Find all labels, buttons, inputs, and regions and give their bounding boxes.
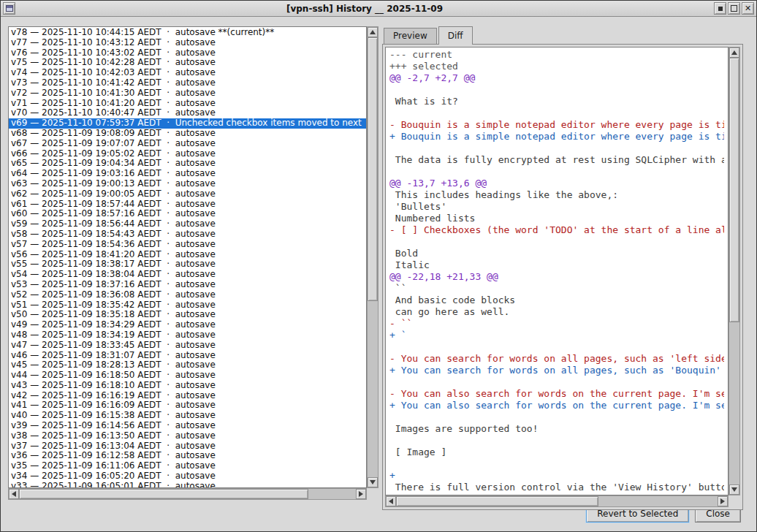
history-list-item[interactable]: v42 — 2025-11-09 16:16:19 AEDT · autosav… <box>11 391 366 401</box>
history-list-item[interactable]: v73 — 2025-11-10 10:41:42 AEDT · autosav… <box>11 78 366 88</box>
history-list-item[interactable]: v64 — 2025-11-09 19:03:16 AEDT · autosav… <box>11 169 366 179</box>
history-list-item[interactable]: v68 — 2025-11-09 19:08:09 AEDT · autosav… <box>11 129 366 139</box>
scroll-left-button[interactable] <box>9 489 19 499</box>
diff-line: [ Image ] <box>389 446 724 458</box>
scrollbar-trough[interactable] <box>729 58 739 484</box>
maximize-button[interactable] <box>728 2 740 15</box>
history-list-item[interactable]: v58 — 2025-11-09 18:54:43 AEDT · autosav… <box>11 229 366 240</box>
history-list-item[interactable]: v55 — 2025-11-09 18:38:17 AEDT · autosav… <box>11 259 366 270</box>
history-list-item[interactable]: v72 — 2025-11-10 10:41:30 AEDT · autosav… <box>11 88 366 99</box>
arrow-right-icon <box>720 498 725 504</box>
history-list-item[interactable]: v52 — 2025-11-09 18:36:08 AEDT · autosav… <box>11 290 366 300</box>
history-list-item[interactable]: v69 — 2025-11-10 07:59:37 AEDT · Uncheck… <box>9 118 366 129</box>
scrollbar-corner <box>729 495 740 507</box>
scroll-left-button[interactable] <box>386 496 396 506</box>
history-list-item[interactable]: v33 — 2025-11-09 16:05:01 AEDT · autosav… <box>11 482 366 488</box>
scrollbar-trough[interactable] <box>19 489 356 499</box>
history-list-item[interactable]: v45 — 2025-11-09 18:28:13 AEDT · autosav… <box>11 360 366 370</box>
window-title: [vpn-ssh] History __ 2025-11-09 <box>17 4 712 14</box>
history-list-item[interactable]: v62 — 2025-11-09 19:00:05 AEDT · autosav… <box>11 189 366 200</box>
history-list-item[interactable]: v61 — 2025-11-09 18:57:44 AEDT · autosav… <box>11 200 366 210</box>
history-list-item[interactable]: v63 — 2025-11-09 19:00:13 AEDT · autosav… <box>11 179 366 189</box>
tab-diff[interactable]: Diff <box>438 26 473 45</box>
tab-bar: Preview Diff <box>382 26 743 44</box>
arrow-left-icon <box>12 491 16 497</box>
history-list-item[interactable]: v70 — 2025-11-10 10:40:47 AEDT · autosav… <box>11 108 366 118</box>
history-list-item[interactable]: v34 — 2025-11-09 16:05:20 AEDT · autosav… <box>11 471 366 482</box>
history-list-item[interactable]: v59 — 2025-11-09 18:56:44 AEDT · autosav… <box>11 219 366 229</box>
history-list-item[interactable]: v40 — 2025-11-09 16:15:38 AEDT · autosav… <box>11 411 366 421</box>
history-list-item[interactable]: v36 — 2025-11-09 16:12:58 AEDT · autosav… <box>11 451 366 461</box>
window-menu-button[interactable] <box>3 2 15 15</box>
diff-line: + ` <box>389 330 724 341</box>
history-list-item[interactable]: v56 — 2025-11-09 18:41:20 AEDT · autosav… <box>11 250 366 260</box>
diff-line: @@ -22,18 +21,33 @@ <box>389 271 724 283</box>
history-list-item[interactable]: v49 — 2025-11-09 18:34:29 AEDT · autosav… <box>11 320 366 330</box>
diff-line: + <box>389 470 724 482</box>
diff-line <box>389 107 724 119</box>
history-list-item[interactable]: v75 — 2025-11-10 10:42:28 AEDT · autosav… <box>11 58 366 68</box>
history-list-item[interactable]: v77 — 2025-11-10 10:43:12 AEDT · autosav… <box>11 38 366 48</box>
history-list-item[interactable]: v35 — 2025-11-09 16:11:06 AEDT · autosav… <box>11 461 366 471</box>
history-list-vscrollbar[interactable] <box>367 26 378 488</box>
diff-line: There is full version control via the 'V… <box>389 482 724 493</box>
arrow-up-icon <box>370 30 376 34</box>
diff-vscrollbar[interactable] <box>729 47 740 495</box>
diff-line: + You can search for words on all pages,… <box>389 365 724 376</box>
history-list-item[interactable]: v41 — 2025-11-09 16:16:09 AEDT · autosav… <box>11 400 366 411</box>
history-list-item[interactable]: v74 — 2025-11-10 10:42:03 AEDT · autosav… <box>11 68 366 78</box>
history-list-item[interactable]: v37 — 2025-11-09 16:13:04 AEDT · autosav… <box>11 441 366 452</box>
history-list-item[interactable]: v43 — 2025-11-09 16:18:10 AEDT · autosav… <box>11 381 366 391</box>
history-list-item[interactable]: v67 — 2025-11-09 19:07:07 AEDT · autosav… <box>11 139 366 149</box>
diff-line: + You can also search for words on the c… <box>389 400 724 411</box>
history-list[interactable]: v78 — 2025-11-10 10:44:15 AEDT · autosav… <box>8 26 367 488</box>
history-list-item[interactable]: v78 — 2025-11-10 10:44:15 AEDT · autosav… <box>11 28 366 38</box>
diff-text[interactable]: --- current+++ selected@@ -2,7 +2,7 @@ W… <box>385 47 729 495</box>
history-list-item[interactable]: v51 — 2025-11-09 18:35:42 AEDT · autosav… <box>11 300 366 311</box>
history-list-item[interactable]: v57 — 2025-11-09 18:54:36 AEDT · autosav… <box>11 240 366 250</box>
scrollbar-thumb[interactable] <box>396 496 598 506</box>
arrow-down-icon <box>731 487 737 492</box>
history-list-item[interactable]: v53 — 2025-11-09 18:37:16 AEDT · autosav… <box>11 280 366 290</box>
history-list-item[interactable]: v44 — 2025-11-09 16:18:50 AEDT · autosav… <box>11 370 366 381</box>
history-list-item[interactable]: v71 — 2025-11-10 10:41:20 AEDT · autosav… <box>11 99 366 109</box>
scrollbar-thumb[interactable] <box>19 489 308 499</box>
titlebar[interactable]: [vpn-ssh] History __ 2025-11-09 ✕ <box>1 1 756 17</box>
scroll-right-button[interactable] <box>718 496 728 506</box>
history-list-item[interactable]: v66 — 2025-11-09 19:05:02 AEDT · autosav… <box>11 149 366 159</box>
scroll-right-button[interactable] <box>356 489 366 499</box>
history-list-item[interactable]: v76 — 2025-11-10 10:43:02 AEDT · autosav… <box>11 48 366 58</box>
scroll-down-button[interactable] <box>729 484 739 495</box>
arrow-up-icon <box>731 50 737 55</box>
scroll-up-button[interactable] <box>368 27 378 37</box>
scrollbar-thumb[interactable] <box>368 37 378 301</box>
scrollbar-thumb[interactable] <box>729 58 739 322</box>
arrow-left-icon <box>389 498 393 504</box>
diff-line: Bold <box>389 248 724 259</box>
scrollbar-trough[interactable] <box>368 37 378 477</box>
history-list-item[interactable]: v46 — 2025-11-09 18:31:07 AEDT · autosav… <box>11 351 366 361</box>
history-list-item[interactable]: v48 — 2025-11-09 18:34:19 AEDT · autosav… <box>11 330 366 341</box>
scrollbar-trough[interactable] <box>396 496 718 506</box>
close-icon: ✕ <box>745 4 751 12</box>
history-list-item[interactable]: v38 — 2025-11-09 16:13:50 AEDT · autosav… <box>11 431 366 441</box>
scroll-down-button[interactable] <box>368 477 378 487</box>
close-button[interactable]: ✕ <box>742 2 754 15</box>
minimize-button[interactable] <box>714 2 726 15</box>
history-list-item[interactable]: v65 — 2025-11-09 19:04:34 AEDT · autosav… <box>11 159 366 169</box>
diff-line: can go here as well. <box>389 306 724 318</box>
history-list-item[interactable]: v60 — 2025-11-09 18:57:16 AEDT · autosav… <box>11 209 366 219</box>
history-list-item[interactable]: v50 — 2025-11-09 18:35:18 AEDT · autosav… <box>11 310 366 320</box>
history-list-item[interactable]: v39 — 2025-11-09 16:14:56 AEDT · autosav… <box>11 421 366 431</box>
scroll-up-button[interactable] <box>729 48 739 58</box>
history-window: [vpn-ssh] History __ 2025-11-09 ✕ v78 — … <box>0 0 757 532</box>
diff-line: 'Bullets' <box>389 201 724 213</box>
history-list-item[interactable]: v54 — 2025-11-09 18:38:04 AEDT · autosav… <box>11 270 366 280</box>
history-list-item[interactable]: v47 — 2025-11-09 18:33:45 AEDT · autosav… <box>11 341 366 351</box>
diff-line: And basic code blocks <box>389 294 724 306</box>
diff-line <box>389 435 724 446</box>
history-list-hscrollbar[interactable] <box>8 488 367 500</box>
diff-line <box>389 411 724 423</box>
tab-preview[interactable]: Preview <box>384 28 437 44</box>
diff-hscrollbar[interactable] <box>385 495 729 507</box>
